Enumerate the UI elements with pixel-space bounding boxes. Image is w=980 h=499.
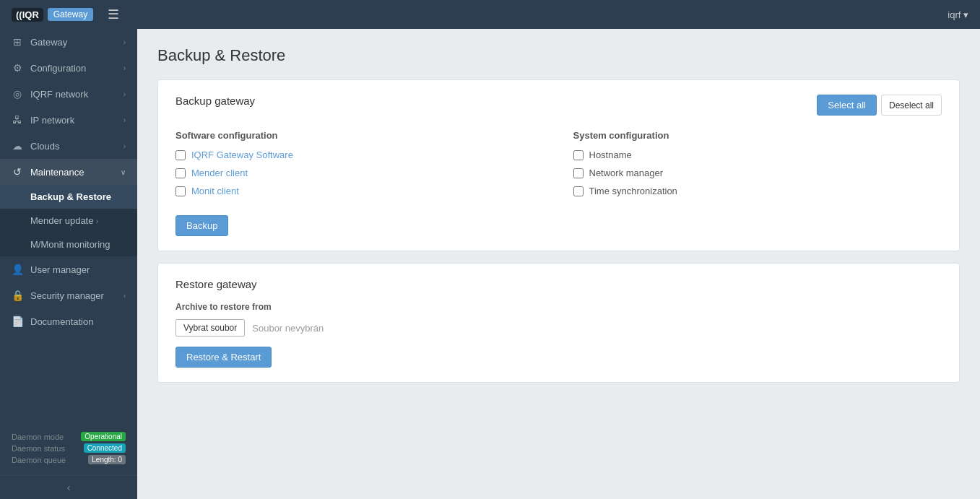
navbar: ((IQR Gateway ☰ iqrf ▾ (0, 0, 980, 29)
iqrf-gw-software-checkbox[interactable] (175, 150, 186, 160)
backup-section-title: Backup gateway (175, 95, 255, 107)
sidebar-item-ip-inner: 🖧 IP network (12, 114, 74, 126)
network-manager-checkbox[interactable] (573, 168, 584, 178)
hostname-label[interactable]: Hostname (589, 149, 632, 160)
system-config-column: System configuration Hostname Network ma… (573, 130, 942, 204)
archive-label: Archive to restore from (175, 302, 942, 312)
navbar-left: ((IQR Gateway ☰ (12, 4, 125, 25)
page-title: Backup & Restore (157, 46, 960, 65)
sidebar-item-user-manager-inner: 👤 User manager (12, 264, 90, 275)
sidebar-item-configuration[interactable]: ⚙ Configuration › (0, 55, 137, 81)
sidebar-item-gateway[interactable]: ⊞ Gateway › (0, 29, 137, 55)
file-choose-button[interactable]: Vybrat soubor (175, 319, 245, 337)
monit-client-label[interactable]: Monit client (191, 186, 239, 196)
select-buttons: Select all Deselect all (817, 95, 942, 116)
sidebar-sub-item-backup-restore[interactable]: Backup & Restore (0, 185, 137, 209)
sidebar-item-configuration-label: Configuration (30, 63, 86, 74)
sidebar-item-clouds-inner: ☁ Clouds (12, 140, 59, 152)
checkbox-hostname: Hostname (573, 149, 942, 160)
mender-update-label: Mender update (30, 215, 93, 226)
sidebar-item-security-manager[interactable]: 🔒 Security manager › (0, 282, 137, 308)
sidebar-item-user-manager[interactable]: 👤 User manager (0, 256, 137, 282)
configuration-chevron-icon: › (123, 64, 126, 72)
backup-button[interactable]: Backup (175, 215, 228, 236)
app-body: ⊞ Gateway › ⚙ Configuration › ◎ IQRF net… (0, 29, 980, 499)
mender-client-checkbox[interactable] (175, 168, 186, 178)
sidebar-item-gateway-inner: ⊞ Gateway (12, 36, 67, 48)
iqrf-gw-software-label[interactable]: IQRF Gateway Software (191, 149, 293, 160)
network-manager-label[interactable]: Network manager (589, 168, 664, 178)
daemon-mode-badge: Operational (81, 432, 126, 441)
daemon-status-badge: Connected (84, 443, 126, 453)
documentation-icon: 📄 (12, 316, 23, 327)
checkbox-time-sync: Time synchronization (573, 186, 942, 196)
sidebar-item-security-label: Security manager (30, 290, 104, 301)
file-choose-label: Vybrat soubor (183, 323, 237, 333)
navbar-brand: ((IQR Gateway (12, 8, 93, 22)
time-sync-checkbox[interactable] (573, 186, 584, 196)
sidebar-item-maintenance[interactable]: ↺ Maintenance ∨ (0, 159, 137, 185)
user-manager-icon: 👤 (12, 264, 23, 275)
time-sync-label[interactable]: Time synchronization (589, 186, 677, 196)
daemon-queue-label: Daemon queue (12, 456, 66, 464)
sidebar-item-gateway-label: Gateway (30, 37, 67, 48)
software-config-title: Software configuration (175, 130, 545, 141)
sidebar-item-ip-label: IP network (30, 115, 74, 126)
daemon-status-row: Daemon status Connected (12, 443, 126, 453)
backup-restore-label: Backup & Restore (30, 191, 111, 202)
mender-client-label[interactable]: Mender client (191, 168, 248, 178)
daemon-queue-row: Daemon queue Length: 0 (12, 455, 126, 464)
clouds-chevron-icon: › (123, 142, 126, 150)
sidebar-item-iqrf-network[interactable]: ◎ IQRF network › (0, 81, 137, 107)
security-chevron-icon: › (123, 292, 126, 300)
backup-card: Backup gateway Select all Deselect all S… (157, 79, 960, 251)
backup-columns: Software configuration IQRF Gateway Soft… (175, 130, 942, 204)
daemon-mode-row: Daemon mode Operational (12, 432, 126, 441)
file-none-text: Soubor nevybrán (252, 323, 324, 334)
brand-logo: ((IQR (12, 8, 43, 22)
ip-chevron-icon: › (123, 116, 126, 124)
gateway-icon: ⊞ (12, 36, 23, 48)
maintenance-chevron-icon: ∨ (121, 168, 126, 176)
ip-network-icon: 🖧 (12, 114, 23, 126)
system-config-title: System configuration (573, 130, 942, 141)
restore-card: Restore gateway Archive to restore from … (157, 263, 960, 383)
deselect-all-button[interactable]: Deselect all (881, 95, 942, 116)
sidebar-item-documentation-label: Documentation (30, 316, 93, 327)
sidebar-sub-item-m-monit[interactable]: M/Monit monitoring (0, 233, 137, 256)
clouds-icon: ☁ (12, 140, 23, 152)
m-monit-label: M/Monit monitoring (30, 239, 110, 250)
collapse-icon: ‹ (67, 482, 71, 493)
main-content: Backup & Restore Backup gateway Select a… (137, 29, 980, 499)
monit-client-checkbox[interactable] (175, 186, 186, 196)
configuration-icon: ⚙ (12, 62, 23, 74)
sidebar-sub-item-mender-update[interactable]: Mender update › (0, 209, 137, 233)
sidebar-item-iqrf-inner: ◎ IQRF network (12, 88, 88, 100)
sidebar-item-security-inner: 🔒 Security manager (12, 290, 104, 301)
daemon-queue-badge: Length: 0 (88, 455, 126, 464)
sidebar-item-clouds[interactable]: ☁ Clouds › (0, 133, 137, 159)
security-icon: 🔒 (12, 290, 23, 301)
sidebar-item-maintenance-inner: ↺ Maintenance (12, 166, 84, 178)
file-input-row: Vybrat soubor Soubor nevybrán (175, 319, 942, 337)
sidebar-item-clouds-label: Clouds (30, 141, 59, 152)
backup-card-header: Backup gateway Select all Deselect all (175, 95, 942, 118)
checkbox-mender-client: Mender client (175, 168, 545, 178)
restore-section-title: Restore gateway (175, 278, 942, 290)
hamburger-button[interactable]: ☰ (102, 4, 125, 25)
sidebar-item-documentation[interactable]: 📄 Documentation (0, 308, 137, 334)
select-all-button[interactable]: Select all (817, 95, 877, 116)
brand-badge: Gateway (48, 8, 93, 21)
brand-logo-text: ((IQR (16, 9, 39, 20)
sidebar-item-documentation-inner: 📄 Documentation (12, 316, 93, 327)
restore-restart-button[interactable]: Restore & Restart (175, 347, 272, 368)
sidebar-collapse-button[interactable]: ‹ (0, 475, 137, 499)
hostname-checkbox[interactable] (573, 150, 584, 160)
backup-button-area: Backup (175, 215, 942, 236)
sidebar-item-user-manager-label: User manager (30, 264, 90, 275)
user-menu[interactable]: iqrf ▾ (948, 9, 968, 20)
sidebar-item-ip-network[interactable]: 🖧 IP network › (0, 107, 137, 133)
software-config-column: Software configuration IQRF Gateway Soft… (175, 130, 545, 204)
sidebar-item-maintenance-label: Maintenance (30, 167, 84, 178)
maintenance-icon: ↺ (12, 166, 23, 178)
